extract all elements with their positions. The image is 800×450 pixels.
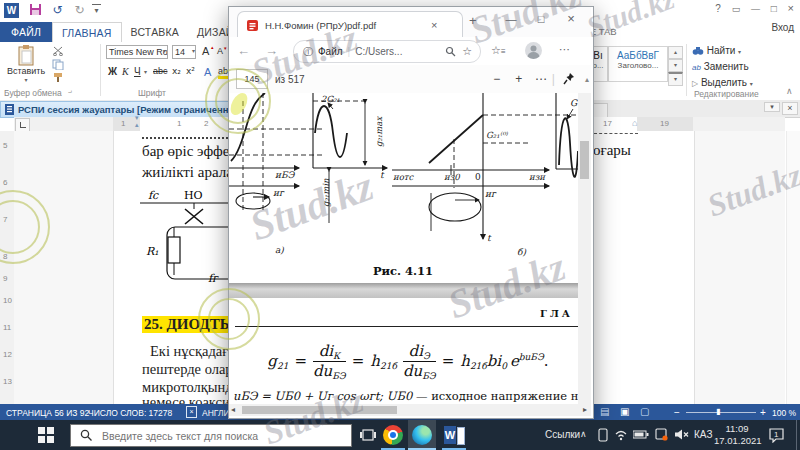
clipboard-dialog-launcher[interactable]: ⌐: [68, 89, 72, 96]
scrollbar-thumb[interactable]: [580, 141, 589, 179]
grow-font-button[interactable]: А: [202, 45, 209, 57]
underline-dropdown[interactable]: ▾: [144, 68, 147, 75]
settings-more-button[interactable]: ⋯: [559, 43, 570, 56]
tray-chevron-icon[interactable]: ∧: [580, 429, 587, 439]
close-button[interactable]: ×: [784, 2, 798, 14]
pdf-vertical-scrollbar[interactable]: [578, 93, 591, 404]
select-button[interactable]: ▷ Выделить ▾: [692, 77, 753, 88]
links-toolbar[interactable]: Ссылки: [545, 429, 580, 440]
forward-button[interactable]: →: [265, 43, 278, 58]
text-effects-button[interactable]: А: [204, 66, 211, 78]
update-tray-icon[interactable]: [655, 428, 668, 443]
keyboard-language[interactable]: КАЗ: [694, 429, 712, 440]
view-web-layout-button[interactable]: ▢: [640, 406, 649, 417]
collapse-ribbon-button[interactable]: ∧: [786, 86, 793, 96]
zoom-level[interactable]: 100 %: [772, 408, 796, 418]
superscript-button[interactable]: x²: [186, 66, 195, 76]
view-read-mode-button[interactable]: ▤: [600, 406, 609, 417]
pdf-zoom-in-button[interactable]: +: [508, 72, 530, 86]
page-number-input[interactable]: [236, 69, 268, 89]
styles-scroll-down[interactable]: ▾: [668, 59, 683, 72]
restore-button[interactable]: □: [767, 3, 781, 14]
pdf-zoom-out-button[interactable]: −: [486, 72, 508, 86]
tab-bar-menu-button[interactable]: ▾: [764, 102, 780, 112]
tab-stop-selector[interactable]: [15, 118, 30, 132]
edge-close-button[interactable]: ×: [557, 7, 585, 31]
hanging-indent-marker[interactable]: ▴: [135, 121, 139, 129]
qat-customize-button[interactable]: ▾: [92, 4, 101, 17]
edge-tab[interactable]: Н.Н.Фомин (РПрУ)pdf.pdf ×: [237, 11, 463, 38]
font-name-dropdown[interactable]: ▾: [163, 47, 166, 54]
zoom-slider[interactable]: [686, 412, 756, 413]
cut-button[interactable]: [52, 46, 64, 58]
redo-button[interactable]: ↻: [72, 3, 87, 18]
paste-button[interactable]: Вставить ▾: [6, 44, 46, 88]
start-button[interactable]: [38, 427, 54, 445]
zoom-out-button[interactable]: −: [674, 407, 680, 418]
zoom-in-button[interactable]: +: [760, 407, 766, 418]
new-tab-button[interactable]: +: [469, 13, 477, 28]
phone-tray-icon[interactable]: [598, 428, 608, 444]
zoom-slider-thumb[interactable]: ▮: [716, 407, 720, 416]
strikethrough-button[interactable]: abc: [153, 66, 168, 76]
taskbar-search-box[interactable]: [70, 424, 352, 447]
copy-button[interactable]: [52, 59, 64, 72]
styles-gallery-more[interactable]: ▾: [668, 72, 683, 86]
search-in-page-icon[interactable]: [445, 46, 456, 57]
scrollbar-thumb[interactable]: [242, 406, 397, 414]
tab-file[interactable]: ФАЙЛ: [0, 22, 52, 42]
scroll-right-button[interactable]: ▸: [583, 405, 587, 414]
view-print-layout-button[interactable]: ▣: [620, 406, 629, 417]
back-button[interactable]: ←: [237, 43, 250, 58]
wifi-tray-icon[interactable]: [614, 428, 628, 443]
taskbar-word-icon[interactable]: W: [444, 426, 464, 444]
status-page-count[interactable]: СТРАНИЦА 56 ИЗ 92: [6, 408, 89, 418]
undo-button[interactable]: ↺: [50, 3, 65, 18]
format-painter-button[interactable]: [52, 72, 64, 85]
tab-bar-close-button[interactable]: ×: [782, 102, 798, 115]
find-button[interactable]: Найти ▾: [692, 45, 741, 56]
favorite-star-icon[interactable]: ☆: [462, 45, 472, 58]
word-vertical-scrollbar[interactable]: [786, 131, 800, 404]
edge-minimize-button[interactable]: —: [497, 7, 525, 31]
content-scroll-up[interactable]: ▴: [585, 75, 589, 84]
taskbar-edge-tile[interactable]: [408, 420, 436, 450]
task-view-button[interactable]: [360, 427, 376, 445]
volume-muted-tray-icon[interactable]: [674, 428, 689, 443]
styles-scroll-up[interactable]: ▴: [668, 46, 683, 59]
help-button[interactable]: ?: [711, 3, 725, 14]
shrink-font-button[interactable]: А: [217, 46, 223, 56]
bold-button[interactable]: Ж: [108, 66, 117, 77]
status-word-count[interactable]: ЧИСЛО СЛОВ: 17278: [88, 408, 172, 418]
save-button[interactable]: [28, 3, 43, 18]
favorites-bar-icon[interactable]: ☆≡: [491, 44, 506, 57]
pdf-more-button[interactable]: ⋯: [530, 72, 552, 86]
font-name-combobox[interactable]: Times New Ro: [106, 45, 168, 59]
vertical-ruler[interactable]: 5 6 7 8 9 10 11 12 13: [0, 131, 14, 404]
underline-button[interactable]: Ч: [134, 66, 141, 77]
minimize-button[interactable]: —: [747, 4, 764, 14]
show-desktop-button[interactable]: [796, 420, 797, 450]
edge-maximize-button[interactable]: □: [527, 7, 555, 31]
tab-close-button[interactable]: ×: [431, 19, 437, 31]
scroll-left-button[interactable]: ◂: [231, 405, 235, 414]
search-input[interactable]: [100, 429, 351, 443]
tab-home[interactable]: ГЛАВНАЯ: [52, 22, 122, 42]
tab-insert[interactable]: ВСТАВКА: [122, 22, 188, 42]
battery-tray-icon[interactable]: [633, 430, 649, 441]
profile-avatar[interactable]: [525, 42, 542, 59]
address-bar[interactable]: ⓘ Файл | C:/Users... ☆: [293, 40, 481, 63]
proofing-status-icon[interactable]: ×: [186, 406, 197, 418]
pdf-horizontal-scrollbar[interactable]: ◂ ▸: [229, 404, 591, 416]
clock[interactable]: 11:09 17.01.2021: [714, 423, 760, 447]
replace-button[interactable]: ab Заменить: [692, 61, 749, 72]
font-size-dropdown[interactable]: ▾: [192, 47, 195, 54]
italic-button[interactable]: К: [122, 66, 129, 77]
style-item-heading[interactable]: АаБбВвГ Заголово...: [608, 46, 668, 82]
subscript-button[interactable]: x₂: [172, 66, 181, 76]
taskbar-chrome-icon[interactable]: [383, 425, 403, 445]
right-indent-marker[interactable]: ⌂: [632, 118, 637, 128]
info-icon[interactable]: ⓘ: [303, 45, 313, 59]
pin-toolbar-icon[interactable]: [561, 71, 577, 87]
ribbon-display-button[interactable]: ▭: [728, 4, 745, 14]
